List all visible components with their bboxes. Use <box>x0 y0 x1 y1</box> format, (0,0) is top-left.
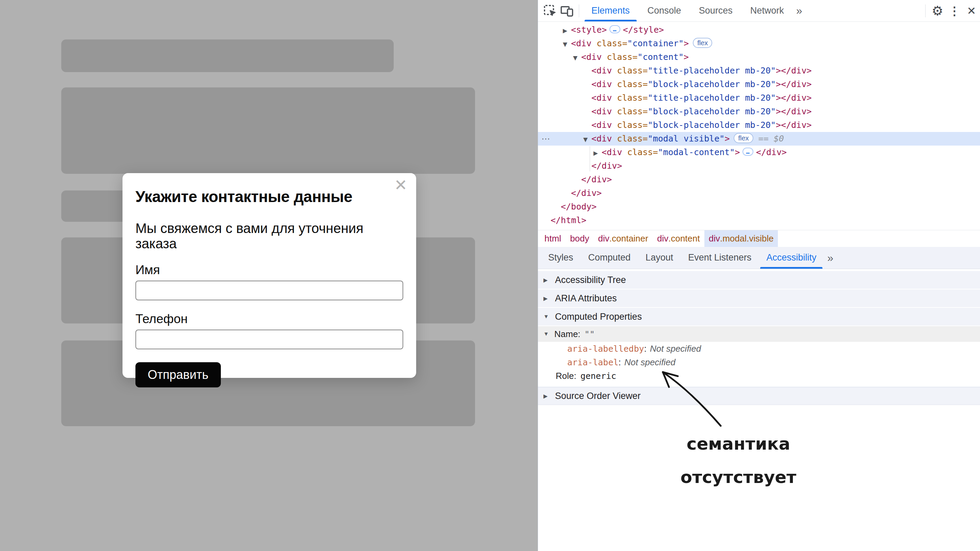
aria-property-key: aria-labelledby <box>567 344 644 354</box>
tree-row[interactable]: ▶<style>…</style> <box>538 23 980 37</box>
code-token: > <box>735 147 740 157</box>
code-token: html <box>544 233 561 244</box>
tab-elements[interactable]: Elements <box>582 0 639 21</box>
code-token: </div> <box>581 175 612 184</box>
twisty-closed-icon: ▶ <box>543 277 551 283</box>
tab-event-listeners[interactable]: Event Listeners <box>681 247 759 269</box>
tab-sources[interactable]: Sources <box>690 0 741 21</box>
active-tab-underline <box>585 20 637 21</box>
breadcrumb-item[interactable]: div.container <box>594 230 653 247</box>
computed-name-row[interactable]: ▼ Name: "" <box>538 326 980 342</box>
code-token: <div <box>592 120 612 130</box>
tree-row[interactable]: </html> <box>538 214 980 227</box>
breadcrumb-item-selected[interactable]: div.modal.visible <box>705 230 778 247</box>
code-token: "modal visible" <box>648 134 725 143</box>
twisty-closed-icon: ▶ <box>543 295 551 302</box>
code-token: <div <box>581 52 601 62</box>
code-token: class <box>612 79 643 89</box>
code-token: class <box>592 38 622 48</box>
breadcrumb-item[interactable]: div.content <box>653 230 705 247</box>
twisty-open-icon: ▼ <box>543 314 551 320</box>
sidebar-tabs: StylesComputedLayoutEvent ListenersAcces… <box>538 247 980 269</box>
tree-row[interactable]: ▶<div class="modal-content">…</div> <box>538 146 980 159</box>
text-input[interactable] <box>135 330 403 349</box>
tree-row[interactable]: </div> <box>538 186 980 200</box>
collapsed-ellipsis-icon[interactable]: … <box>743 148 753 156</box>
devtools-close-icon[interactable]: ✕ <box>963 0 980 22</box>
tree-row[interactable]: </div> <box>538 173 980 186</box>
tree-row[interactable]: <div class="block-placeholder mb-20"></d… <box>538 105 980 118</box>
row-actions-dots-icon[interactable]: ⋯ <box>541 132 551 146</box>
code-token: class <box>612 134 643 143</box>
code-token: = <box>643 79 648 89</box>
flex-badge[interactable]: flex <box>733 133 753 143</box>
twisty-closed-icon[interactable]: ▶ <box>563 24 571 37</box>
site-page: ✕ Укажите контактные данные Мы свяжемся … <box>0 0 538 551</box>
aria-property-colon: : <box>644 343 646 354</box>
more-tabs-icon[interactable]: » <box>793 5 806 17</box>
tree-row[interactable]: <div class="block-placeholder mb-20"></d… <box>538 118 980 132</box>
section-label: Accessibility Tree <box>555 275 626 285</box>
text-input[interactable] <box>135 281 403 300</box>
code-token: </body> <box>561 202 597 211</box>
aria-source-list: aria-labelledby:Not specifiedaria-label:… <box>538 342 980 369</box>
code-token: ></div> <box>776 120 811 130</box>
tree-row[interactable]: </div> <box>538 159 980 173</box>
breadcrumb-item[interactable]: html <box>540 230 566 247</box>
modal-title: Укажите контактные данные <box>135 187 403 206</box>
section-label: Computed Properties <box>555 311 642 322</box>
section-label: ARIA Attributes <box>555 293 617 304</box>
twisty-open-icon[interactable]: ▼ <box>563 37 571 51</box>
accessibility-pane: ▶Accessibility Tree▶ARIA Attributes▼Comp… <box>538 269 980 551</box>
submit-button[interactable]: Отправить <box>135 362 221 387</box>
code-token: </div> <box>571 188 601 198</box>
source-order-viewer-section[interactable]: ▶ Source Order Viewer <box>538 387 980 405</box>
tab-console[interactable]: Console <box>639 0 690 21</box>
section-aria-attributes[interactable]: ▶ARIA Attributes <box>538 289 980 308</box>
section-computed-properties[interactable]: ▼Computed Properties <box>538 308 980 326</box>
twisty-open-icon[interactable]: ▼ <box>573 51 581 65</box>
code-token: class <box>612 66 643 76</box>
kebab-menu-icon[interactable]: ⋮ <box>946 0 963 22</box>
settings-gear-icon[interactable]: ⚙ <box>929 0 946 22</box>
code-token: = <box>643 66 648 76</box>
tree-row-selected[interactable]: ⋯▼<div class="modal visible">flex == $0 <box>538 132 980 146</box>
section-accessibility-tree[interactable]: ▶Accessibility Tree <box>538 271 980 289</box>
twisty-open-icon[interactable]: ▼ <box>543 331 551 337</box>
device-toolbar-icon[interactable] <box>558 0 576 22</box>
code-token: "block-placeholder mb-20" <box>648 106 776 116</box>
code-token: = <box>653 147 658 157</box>
code-token: <div <box>592 66 612 76</box>
tree-row[interactable]: </body> <box>538 200 980 214</box>
tree-row[interactable]: <div class="block-placeholder mb-20"></d… <box>538 78 980 91</box>
flex-badge[interactable]: flex <box>693 38 712 48</box>
tab-layout[interactable]: Layout <box>638 247 681 269</box>
tab-computed[interactable]: Computed <box>581 247 638 269</box>
modal-close-button[interactable]: ✕ <box>394 177 407 193</box>
collapsed-ellipsis-icon[interactable]: … <box>609 25 620 33</box>
more-tabs-icon[interactable]: » <box>824 252 837 264</box>
twisty-closed-icon[interactable]: ▶ <box>593 146 601 160</box>
field-label: Телефон <box>135 312 403 326</box>
role-value: generic <box>581 371 616 381</box>
contact-modal: ✕ Укажите контактные данные Мы свяжемся … <box>123 173 416 378</box>
tree-row[interactable]: ▼<div class="content"> <box>538 50 980 64</box>
code-token: body <box>570 233 589 244</box>
twisty-open-icon[interactable]: ▼ <box>583 133 592 146</box>
accessibility-sections: ▶Accessibility Tree▶ARIA Attributes▼Comp… <box>538 271 980 326</box>
tree-row[interactable]: <div class="title-placeholder mb-20"></d… <box>538 64 980 78</box>
code-token: <div <box>592 106 612 116</box>
code-token: class <box>601 52 632 62</box>
aria-property-colon: : <box>619 357 621 368</box>
toolbar-divider <box>925 5 926 17</box>
breadcrumb-item[interactable]: body <box>566 230 593 247</box>
computed-name-label: Name: <box>554 329 581 340</box>
tab-styles[interactable]: Styles <box>541 247 581 269</box>
code-token: .content <box>668 233 700 244</box>
tab-network[interactable]: Network <box>741 0 793 21</box>
tree-row[interactable]: <div class="title-placeholder mb-20"></d… <box>538 91 980 105</box>
tree-row[interactable]: ▼<div class="container">flex <box>538 37 980 50</box>
code-token: "content" <box>638 52 684 62</box>
inspect-element-icon[interactable] <box>541 0 558 22</box>
tab-accessibility[interactable]: Accessibility <box>759 247 824 269</box>
